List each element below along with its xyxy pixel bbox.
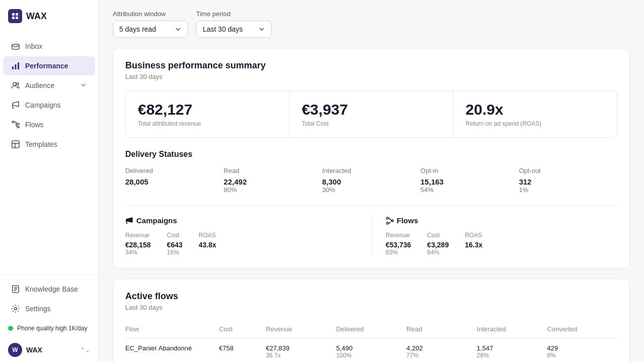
svg-rect-2 — [12, 17, 15, 19]
delivery-statuses-section: Delivery Statuses Delivered 28,005 Read … — [125, 150, 617, 194]
metric-cost: €3,937 Total Cost — [290, 91, 454, 137]
col-header-cost: Cost — [219, 325, 266, 333]
settings-icon — [11, 304, 20, 313]
sidebar-nav: Inbox Performance Audience Campaigns — [0, 32, 98, 275]
user-name: WAX — [26, 346, 76, 354]
sidebar-item-knowledge-base[interactable]: Knowledge Base — [3, 280, 95, 299]
channels-row: Campaigns Revenue €28,158 34% Cost €643 … — [125, 206, 617, 256]
user-menu[interactable]: W WAX ⌃⌄ — [0, 338, 98, 362]
sidebar-item-inbox[interactable]: Inbox — [3, 37, 95, 56]
cell-flow-interacted: 1,547 28% — [477, 344, 547, 359]
active-flows-subtitle: Last 30 days — [125, 304, 617, 311]
sidebar-item-settings[interactable]: Settings — [3, 299, 95, 318]
app-name: WAX — [26, 11, 47, 22]
time-period-value: Last 30 days — [203, 25, 243, 33]
flows-icon — [11, 120, 20, 129]
stat-interacted-percent: 30% — [322, 186, 421, 194]
sidebar-item-campaigns[interactable]: Campaigns — [3, 96, 95, 115]
app-logo[interactable]: WAX — [0, 0, 98, 32]
stat-read-value: 22,492 — [224, 177, 323, 186]
stat-optin: Opt-in 15,163 54% — [421, 167, 519, 194]
sidebar-item-templates[interactable]: Templates — [3, 135, 95, 154]
stat-optin-percent: 54% — [421, 186, 519, 194]
metric-cost-value: €3,937 — [302, 101, 441, 118]
flows-roas-value: 16.3x — [465, 241, 482, 249]
campaigns-roas: ROAS 43.8x — [199, 232, 216, 256]
svg-point-23 — [15, 308, 17, 310]
active-flows-title: Active flows — [125, 291, 617, 302]
stat-optout-percent: 1% — [519, 186, 617, 194]
divider — [371, 216, 372, 256]
stat-read-percent: 80% — [224, 186, 323, 194]
attribution-window-value: 5 days read — [119, 25, 156, 33]
flows-revenue: Revenue €53,736 65% — [386, 232, 412, 256]
sidebar-item-flows-label: Flows — [25, 121, 44, 129]
attribution-window-filter: Attribution window 5 days read — [113, 10, 188, 38]
table-row[interactable]: EC_Panier Abandonné €758 €27,839 36.7x 5… — [125, 338, 617, 362]
delivery-statuses-title: Delivery Statuses — [125, 150, 617, 159]
avatar: W — [8, 343, 22, 357]
metric-revenue-label: Total attributed revenue — [138, 120, 277, 127]
col-header-read: Read — [407, 325, 477, 333]
svg-rect-6 — [15, 64, 17, 69]
sidebar-item-flows[interactable]: Flows — [3, 115, 95, 134]
megaphone-icon — [125, 217, 133, 225]
stat-delivered-label: Delivered — [125, 167, 224, 174]
svg-rect-15 — [17, 126, 19, 128]
svg-rect-7 — [18, 62, 19, 69]
sidebar-item-templates-label: Templates — [25, 140, 57, 148]
audience-icon — [11, 81, 20, 90]
flows-revenue-sub: 65% — [386, 249, 412, 256]
sidebar-item-performance[interactable]: Performance — [3, 56, 95, 75]
stat-optout-label: Opt-out — [519, 167, 617, 174]
table-header: Flow Cost Revenue Delivered Read Interac… — [125, 321, 617, 338]
svg-marker-10 — [13, 102, 19, 107]
sidebar-item-audience-label: Audience — [25, 81, 54, 89]
campaigns-cost-label: Cost — [167, 232, 183, 239]
attribution-window-label: Attribution window — [113, 10, 188, 18]
sidebar-item-campaigns-label: Campaigns — [25, 101, 61, 109]
flows-cost-value: €3,289 — [427, 241, 449, 249]
stat-optout: Opt-out 312 1% — [519, 167, 617, 194]
chevron-down-icon — [258, 26, 265, 33]
campaigns-revenue: Revenue €28,158 34% — [125, 232, 151, 256]
metric-revenue-value: €82,127 — [138, 101, 277, 118]
sidebar-item-knowledge-base-label: Knowledge Base — [25, 285, 78, 293]
flows-cost-sub: 84% — [427, 249, 449, 256]
time-period-select[interactable]: Last 30 days — [196, 21, 272, 38]
sidebar-item-inbox-label: Inbox — [25, 42, 42, 50]
svg-rect-1 — [16, 13, 18, 16]
stat-delivered: Delivered 28,005 — [125, 167, 224, 194]
flows-revenue-value: €53,736 — [386, 241, 412, 249]
metric-roas-label: Return on ad spend (ROAS) — [465, 120, 605, 127]
svg-rect-13 — [12, 121, 14, 123]
flows-cost: Cost €3,289 84% — [427, 232, 449, 256]
campaigns-revenue-label: Revenue — [125, 232, 151, 239]
flows-revenue-label: Revenue — [386, 232, 412, 239]
stat-optin-value: 15,163 — [421, 177, 519, 186]
cell-flow-cost: €758 — [219, 344, 266, 352]
campaigns-roas-label: ROAS — [199, 232, 216, 239]
metric-roas: 20.9x Return on ad spend (ROAS) — [453, 91, 617, 137]
stat-interacted-label: Interacted — [322, 167, 421, 174]
svg-rect-14 — [17, 123, 19, 125]
svg-point-8 — [13, 82, 16, 85]
stat-interacted-value: 8,300 — [322, 177, 421, 186]
sidebar-item-audience[interactable]: Audience — [3, 76, 95, 95]
flows-roas: ROAS 16.3x — [465, 232, 482, 256]
stat-optin-label: Opt-in — [421, 167, 519, 174]
attribution-window-select[interactable]: 5 days read — [113, 21, 188, 38]
cell-flow-name: EC_Panier Abandonné — [125, 344, 219, 352]
svg-marker-24 — [126, 218, 132, 222]
time-period-filter: Time period Last 30 days — [196, 10, 272, 38]
stat-read: Read 22,492 80% — [224, 167, 323, 194]
campaigns-roas-value: 43.8x — [199, 241, 216, 249]
chevron-updown-icon: ⌃⌄ — [80, 346, 90, 353]
metric-roas-value: 20.9x — [465, 101, 605, 118]
col-header-revenue: Revenue — [266, 325, 336, 333]
svg-point-29 — [386, 222, 388, 224]
flows-roas-label: ROAS — [465, 232, 482, 239]
svg-rect-3 — [16, 17, 18, 19]
delivery-grid: Delivered 28,005 Read 22,492 80% Interac… — [125, 167, 617, 194]
business-summary-subtitle: Last 30 days — [125, 73, 617, 80]
